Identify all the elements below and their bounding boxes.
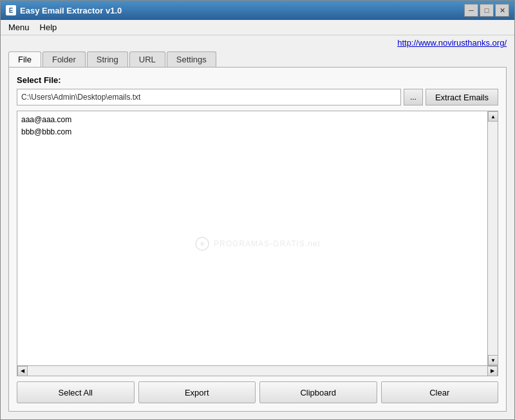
maximize-button[interactable]: □ (480, 4, 494, 17)
section-label: Select File: (17, 75, 498, 85)
help-menu-item[interactable]: Help (35, 21, 62, 33)
main-window: E Easy Email Extractor v1.0 ─ □ ✕ Menu H… (0, 0, 515, 420)
window-controls: ─ □ ✕ (464, 4, 509, 17)
email-item-1: bbb@bbb.com (21, 126, 483, 138)
title-bar: E Easy Email Extractor v1.0 ─ □ ✕ (1, 1, 514, 20)
clipboard-button[interactable]: Clipboard (259, 381, 377, 403)
tab-string[interactable]: String (87, 51, 128, 67)
tab-file[interactable]: File (8, 51, 41, 67)
app-icon: E (6, 5, 16, 15)
minimize-button[interactable]: ─ (464, 4, 478, 17)
close-button[interactable]: ✕ (495, 4, 509, 17)
tab-settings[interactable]: Settings (167, 51, 216, 67)
horizontal-scrollbar: ◀ ▶ (17, 365, 498, 376)
scroll-up-arrow[interactable]: ▲ (488, 111, 498, 122)
tab-panel: Select File: ... Extract Emails aaa@aaa.… (8, 67, 507, 412)
file-input-row: ... Extract Emails (17, 89, 498, 105)
email-item-0: aaa@aaa.com (21, 114, 483, 126)
export-button[interactable]: Export (138, 381, 256, 403)
tabs-row: File Folder String URL Settings (8, 51, 507, 67)
tab-container: File Folder String URL Settings Select F… (1, 50, 514, 419)
extract-emails-button[interactable]: Extract Emails (426, 89, 498, 105)
file-path-input[interactable] (17, 89, 401, 105)
scroll-left-arrow[interactable]: ◀ (17, 366, 28, 376)
select-all-button[interactable]: Select All (17, 381, 135, 403)
menu-bar: Menu Help (1, 20, 514, 35)
scroll-right-arrow[interactable]: ▶ (487, 366, 498, 376)
results-inner: aaa@aaa.com bbb@bbb.com ▲ ▼ (17, 111, 498, 365)
tab-url[interactable]: URL (129, 51, 165, 67)
clear-button[interactable]: Clear (381, 381, 499, 403)
website-link[interactable]: http://www.novirusthanks.org/ (397, 38, 507, 48)
vertical-scrollbar: ▲ ▼ (487, 111, 498, 365)
file-section: Select File: ... Extract Emails (17, 75, 498, 105)
browse-button[interactable]: ... (404, 89, 423, 105)
scroll-track[interactable] (488, 122, 498, 355)
tab-folder[interactable]: Folder (42, 51, 86, 67)
bottom-bar: Select All Export Clipboard Clear (17, 381, 498, 403)
menu-menu-item[interactable]: Menu (3, 21, 35, 33)
window-title: Easy Email Extractor v1.0 (20, 6, 464, 15)
results-area: aaa@aaa.com bbb@bbb.com ▲ ▼ PROG (17, 111, 498, 376)
header-area: http://www.novirusthanks.org/ (1, 35, 514, 50)
h-scroll-track[interactable] (28, 366, 487, 376)
results-content[interactable]: aaa@aaa.com bbb@bbb.com (17, 111, 487, 365)
scroll-down-arrow[interactable]: ▼ (488, 355, 498, 365)
